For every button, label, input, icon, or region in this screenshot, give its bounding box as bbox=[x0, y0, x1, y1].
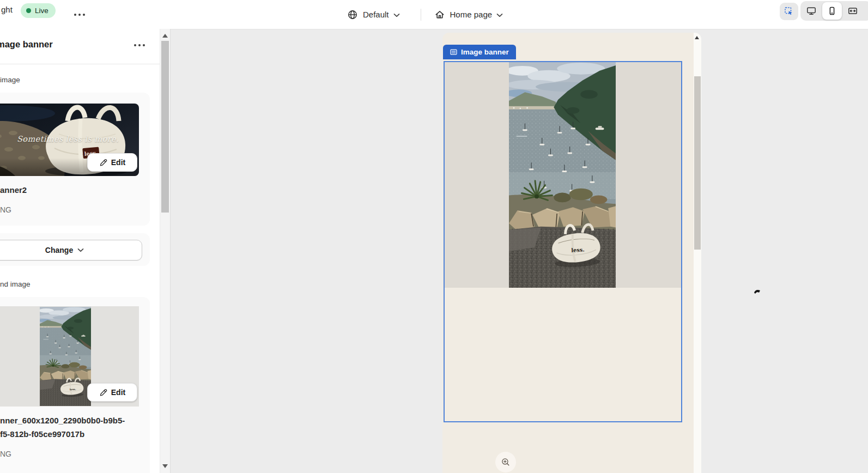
mobile-preview-frame: Image banner bbox=[442, 33, 701, 473]
pencil-icon bbox=[99, 159, 107, 167]
zoom-in-button[interactable] bbox=[495, 452, 516, 472]
second-image-filename-line2: f5-812b-f05ce997017b bbox=[0, 429, 84, 439]
edit-first-image-button[interactable]: Edit bbox=[87, 153, 137, 172]
first-image-card: less. Sometimes less is more. Edit anner… bbox=[0, 93, 150, 226]
fullwidth-preview-button[interactable] bbox=[842, 1, 864, 21]
scroll-down-icon[interactable] bbox=[162, 464, 168, 468]
chevron-down-icon[interactable] bbox=[393, 10, 400, 20]
inspect-icon bbox=[784, 6, 794, 17]
topbar-selectors: Default Home page bbox=[347, 0, 503, 29]
more-options-icon[interactable] bbox=[74, 14, 85, 16]
bay-photo-thumbnail bbox=[40, 307, 91, 406]
second-image-filename-line1: nner_600x1200_2290b0b0-b9b5- bbox=[0, 416, 125, 425]
second-image-filetype: NG bbox=[0, 450, 11, 458]
section-icon bbox=[450, 48, 457, 56]
top-bar: ght Live Default Home page bbox=[0, 0, 868, 29]
mobile-icon bbox=[827, 6, 837, 16]
change-label: Change bbox=[45, 246, 73, 254]
change-image-button[interactable]: Change bbox=[0, 240, 142, 260]
scroll-up-icon[interactable] bbox=[162, 34, 168, 38]
home-icon bbox=[434, 9, 445, 20]
first-image-label: image bbox=[0, 76, 20, 84]
section-badge-label: Image banner bbox=[461, 48, 509, 56]
live-status-badge: Live bbox=[21, 3, 56, 18]
edit-label: Edit bbox=[111, 388, 125, 397]
divider bbox=[0, 64, 160, 64]
zoom-in-icon bbox=[501, 457, 511, 467]
theme-name: ght bbox=[1, 5, 13, 14]
banner-overlay-text: Sometimes less is more. bbox=[0, 135, 139, 143]
mobile-preview-button[interactable] bbox=[822, 2, 842, 20]
chevron-down-icon bbox=[77, 248, 84, 252]
first-image-filetype: NG bbox=[0, 205, 11, 214]
fullwidth-icon bbox=[847, 5, 858, 16]
preview-scrollbar-thumb[interactable] bbox=[694, 76, 701, 250]
selected-section-image-banner[interactable] bbox=[444, 61, 682, 422]
desktop-icon bbox=[806, 5, 817, 16]
bay-photo-preview[interactable] bbox=[509, 62, 616, 288]
edit-label: Edit bbox=[111, 158, 125, 167]
inspect-mode-button[interactable] bbox=[780, 3, 798, 20]
scroll-up-icon[interactable] bbox=[695, 36, 699, 39]
second-image-card: Edit nner_600x1200_2290b0b0-b9b5- f5-812… bbox=[0, 297, 150, 473]
change-image-card: Change bbox=[0, 233, 150, 266]
second-image-label: nd image bbox=[0, 280, 31, 288]
mouse-cursor bbox=[754, 289, 761, 294]
topbar-divider bbox=[421, 9, 421, 21]
live-dot-icon bbox=[26, 8, 31, 13]
sidebar-scrollbar-thumb[interactable] bbox=[161, 41, 169, 213]
live-label: Live bbox=[35, 7, 48, 15]
edit-second-image-button[interactable]: Edit bbox=[87, 383, 137, 402]
page-selector[interactable]: Home page bbox=[450, 10, 493, 19]
settings-sidebar: mage banner image bbox=[0, 29, 171, 473]
section-badge[interactable]: Image banner bbox=[443, 45, 516, 59]
preview-scrollbar[interactable] bbox=[694, 33, 701, 473]
sidebar-title: mage banner bbox=[0, 39, 53, 50]
device-preview-switch bbox=[800, 1, 868, 21]
locale-selector[interactable]: Default bbox=[363, 10, 389, 19]
desktop-preview-button[interactable] bbox=[800, 1, 822, 21]
section-more-options-icon[interactable] bbox=[134, 44, 145, 46]
sidebar-scrollbar[interactable] bbox=[160, 29, 171, 473]
first-image-filename: anner2 bbox=[0, 185, 27, 195]
pencil-icon bbox=[99, 389, 107, 397]
theme-editor-window: ght Live Default Home page bbox=[0, 0, 868, 473]
globe-icon bbox=[347, 9, 358, 20]
chevron-down-icon[interactable] bbox=[496, 10, 503, 20]
